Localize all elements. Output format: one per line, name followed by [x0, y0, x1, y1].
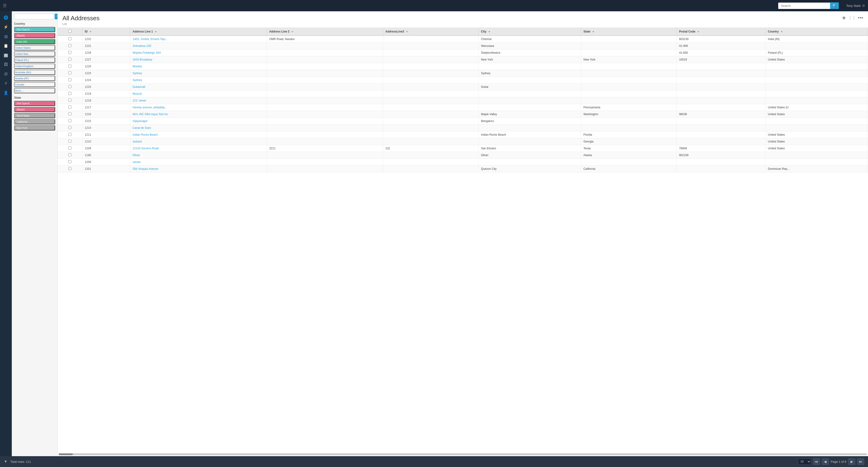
row-addr1[interactable]: 1633 Broadway: [130, 56, 267, 63]
addr1-link[interactable]: Workez: [133, 65, 142, 68]
row-checkbox[interactable]: [68, 58, 71, 61]
row-checkbox-cell[interactable]: [58, 49, 82, 56]
addr1-link[interactable]: 55b Visayas Avenue: [133, 167, 158, 170]
row-checkbox-cell[interactable]: [58, 91, 82, 97]
row-checkbox[interactable]: [68, 119, 71, 122]
row-checkbox[interactable]: [68, 85, 71, 88]
sidebar-item-photo[interactable]: 🖼: [1, 60, 10, 69]
addr1-link[interactable]: Canal de Suez: [133, 126, 151, 130]
prev-page-button[interactable]: ◀: [822, 458, 829, 465]
col-city[interactable]: City ▼: [478, 28, 581, 36]
row-checkbox[interactable]: [68, 112, 71, 115]
sidebar-item-chart[interactable]: ⚡: [1, 23, 10, 31]
country-filter-not-specified[interactable]: (Not Specif...: [14, 27, 55, 32]
row-addr1[interactable]: Canal de Suez: [130, 125, 267, 131]
country-filter-more[interactable]: More....: [14, 88, 55, 93]
state-filter-not-specified[interactable]: (Not Specif...: [14, 101, 55, 106]
row-checkbox[interactable]: [68, 37, 71, 40]
addr1-link[interactable]: Sydney: [133, 78, 142, 82]
row-checkbox[interactable]: [68, 160, 71, 163]
row-addr1[interactable]: raman: [130, 159, 267, 166]
row-addr1[interactable]: 55b Visayas Avenue: [130, 166, 267, 172]
sidebar-item-hash[interactable]: #: [1, 79, 10, 88]
row-checkbox[interactable]: [68, 153, 71, 156]
row-addr1[interactable]: 123. street: [130, 97, 267, 104]
sidebar-item-at[interactable]: @: [1, 70, 10, 78]
country-filter-australia[interactable]: Australia (AU): [14, 70, 55, 75]
country-filter-india[interactable]: India (IN): [14, 39, 55, 44]
last-page-button[interactable]: ⏭: [857, 458, 864, 465]
next-page-button[interactable]: ▶: [848, 458, 855, 465]
search-input[interactable]: [778, 3, 830, 9]
more-options-button[interactable]: •••: [858, 15, 863, 21]
grid-view-button[interactable]: ⋮⋮: [848, 16, 856, 20]
row-checkbox-cell[interactable]: [58, 70, 82, 77]
filter-search-button[interactable]: 🔍: [55, 14, 58, 19]
addr1-link[interactable]: Sokratesa 13D: [133, 44, 151, 47]
state-filter-tamil-nadu[interactable]: Tamil Nadu: [14, 113, 55, 118]
row-checkbox-cell[interactable]: [58, 56, 82, 63]
col-addr1[interactable]: Address Line 1 ▼: [130, 28, 267, 36]
addr1-link[interactable]: Vijayanagar: [133, 120, 148, 123]
addr1-link[interactable]: Wojska Polskiego 16H: [133, 51, 161, 55]
addr1-link[interactable]: 1633 Broadway: [133, 58, 152, 61]
country-filter-canada[interactable]: Canada: [14, 82, 55, 87]
addr1-link[interactable]: Indian Rocks Beach: [133, 133, 158, 136]
row-addr1[interactable]: Wojska Polskiego 16H: [130, 49, 267, 56]
horizontal-scrollbar[interactable]: [59, 453, 867, 455]
addr1-link[interactable]: MVL INC DBA Aqua Test Inc: [133, 112, 168, 116]
row-checkbox-cell[interactable]: [58, 63, 82, 70]
col-state[interactable]: State ▼: [581, 28, 677, 36]
sidebar-item-building[interactable]: 🏢: [1, 51, 10, 59]
addr1-link[interactable]: asdasd: [133, 140, 142, 143]
col-id[interactable]: ID ▼: [82, 28, 130, 36]
addr1-link[interactable]: 14D1, Amber, Emami Tejo...: [133, 37, 168, 41]
col-postal[interactable]: Postal Code ▼: [677, 28, 766, 36]
row-checkbox-cell[interactable]: [58, 84, 82, 91]
row-checkbox-cell[interactable]: [58, 97, 82, 104]
addr1-link[interactable]: Henrey avenue, philadelp...: [133, 106, 167, 109]
row-addr1[interactable]: Sydney: [130, 70, 267, 77]
row-checkbox-cell[interactable]: [58, 77, 82, 84]
col-country[interactable]: Country ▼: [766, 28, 868, 36]
row-addr1[interactable]: Workez: [130, 63, 267, 70]
footer-filter-button[interactable]: ▼: [4, 460, 7, 464]
row-checkbox-cell[interactable]: [58, 125, 82, 131]
country-filter-blank[interactable]: (Blank): [14, 33, 55, 38]
sidebar-item-book[interactable]: 📋: [1, 41, 10, 50]
row-checkbox[interactable]: [68, 71, 71, 74]
row-checkbox[interactable]: [68, 126, 71, 129]
addr1-link[interactable]: Sydney: [133, 72, 142, 75]
row-checkbox-cell[interactable]: [58, 111, 82, 118]
col-checkbox[interactable]: [58, 28, 82, 36]
row-checkbox[interactable]: [68, 44, 71, 47]
row-addr1[interactable]: Sokratesa 13D: [130, 43, 267, 49]
add-button[interactable]: +: [842, 14, 846, 21]
row-addr1[interactable]: 14D1, Amber, Emami Tejo...: [130, 36, 267, 43]
addr1-link[interactable]: Muscat: [133, 92, 142, 95]
country-filter-us-abbr[interactable]: United Stat...: [14, 51, 55, 57]
row-addr1[interactable]: Sydney: [130, 77, 267, 84]
row-checkbox[interactable]: [68, 133, 71, 136]
row-checkbox-cell[interactable]: [58, 104, 82, 111]
row-checkbox[interactable]: [68, 146, 71, 149]
row-addr1[interactable]: Dubaimall: [130, 84, 267, 91]
row-addr1[interactable]: Indian Rocks Beach: [130, 131, 267, 138]
row-addr1[interactable]: Henrey avenue, philadelp...: [130, 104, 267, 111]
settings-icon[interactable]: ⚙: [862, 4, 865, 7]
row-checkbox[interactable]: [68, 78, 71, 81]
row-checkbox[interactable]: [68, 99, 71, 102]
state-filter-blank[interactable]: (Blank): [14, 107, 55, 112]
row-checkbox-cell[interactable]: [58, 118, 82, 125]
row-checkbox[interactable]: [68, 105, 71, 108]
country-filter-uk[interactable]: United Kingdom: [14, 64, 55, 69]
row-addr1[interactable]: Muscat: [130, 91, 267, 97]
row-checkbox-cell[interactable]: [58, 145, 82, 152]
state-filter-california[interactable]: California: [14, 119, 55, 124]
row-checkbox[interactable]: [68, 51, 71, 54]
sidebar-item-layers[interactable]: ▤: [1, 32, 10, 40]
country-filter-us[interactable]: United States: [14, 45, 55, 51]
addr1-link[interactable]: 123. street: [133, 99, 146, 102]
row-checkbox-cell[interactable]: [58, 159, 82, 166]
row-addr1[interactable]: Vijayanagar: [130, 118, 267, 125]
